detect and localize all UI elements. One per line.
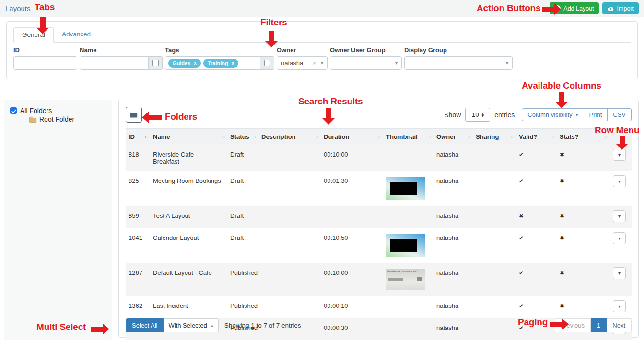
csv-button[interactable]: CSV xyxy=(608,108,632,121)
cell-owner: natasha xyxy=(433,263,473,296)
folder-icon xyxy=(130,112,138,118)
cell-stats: ✖ xyxy=(557,296,610,318)
tags-exact-checkbox[interactable] xyxy=(264,60,270,66)
cross-icon: ✖ xyxy=(560,178,564,184)
annotation-arrow-multi-select xyxy=(91,323,109,335)
annotation-available-columns: Available Columns xyxy=(522,80,601,91)
row-menu-button[interactable]: ▾ xyxy=(613,300,626,312)
tags-input[interactable]: GuidesxTrainingx xyxy=(165,56,260,70)
cell-row-menu: ▾ xyxy=(610,228,632,263)
next-page-button[interactable]: Next xyxy=(607,318,632,332)
sort-icon[interactable]: ↑↓ xyxy=(467,134,470,139)
column-header-valid[interactable]: Valid?↑↓ xyxy=(516,129,557,145)
cell-name: Meeting Room Bookings xyxy=(150,171,227,206)
table-row[interactable]: 859Test A LayoutDraftnatasha✖✖▾ xyxy=(126,206,632,228)
with-selected-button[interactable]: With Selected ▴ xyxy=(164,318,218,332)
cell-id: 818 xyxy=(126,145,150,171)
print-button[interactable]: Print xyxy=(584,108,608,121)
sort-icon[interactable]: ↑↓ xyxy=(551,134,554,139)
table-row[interactable]: 1267Default Layout - CafePublished00:10:… xyxy=(126,263,632,296)
filter-field-tags: Tags GuidesxTrainingx xyxy=(165,46,274,70)
column-header-thumbnail[interactable]: Thumbnail↑↓ xyxy=(383,129,433,145)
show-label: Show xyxy=(444,111,461,119)
cell-duration: 00:00:10 xyxy=(321,296,383,318)
name-input[interactable] xyxy=(80,56,149,70)
table-row[interactable]: 1362Last IncidentPublished00:00:10natash… xyxy=(126,296,632,318)
tree-connector xyxy=(20,112,26,119)
sort-icon[interactable]: ↑↓ xyxy=(144,134,147,139)
cell-duration: 00:10:00 xyxy=(321,263,383,296)
root-folder-row[interactable]: Root Folder xyxy=(18,115,106,123)
page-size-input[interactable]: 10 ▴▾ xyxy=(465,108,490,122)
folder-tree-toggle-button[interactable] xyxy=(126,107,142,123)
row-menu-button[interactable]: ▾ xyxy=(613,267,626,279)
column-header-owner[interactable]: Owner↑↓ xyxy=(433,129,473,145)
filter-field-display-group: Display Group ▾ xyxy=(404,46,513,70)
column-header-duration[interactable]: Duration↑↓ xyxy=(321,129,383,145)
tag-pill-label: Training xyxy=(208,60,228,66)
annotation-row-menu: Row Menu xyxy=(595,125,639,136)
add-layout-label: Add Layout xyxy=(563,5,594,12)
cross-icon: ✖ xyxy=(560,235,564,241)
all-folders-checkbox[interactable] xyxy=(10,107,17,114)
cell-status: Draft xyxy=(227,228,258,263)
cell-status: Draft xyxy=(227,171,258,206)
sort-icon[interactable]: ↑↓ xyxy=(315,134,318,139)
cell-name: Last Incident xyxy=(150,296,227,318)
table-row[interactable]: 818Riverside Cafe - BreakfastDraft00:10:… xyxy=(126,145,632,171)
spinner-icon[interactable]: ▴▾ xyxy=(482,113,484,117)
cell-owner: natasha xyxy=(433,145,473,171)
column-header-sharing[interactable]: Sharing↑↓ xyxy=(473,129,516,145)
annotation-arrow-filters xyxy=(265,31,278,47)
owner-label: Owner xyxy=(277,46,328,54)
row-menu-button[interactable]: ▾ xyxy=(613,149,626,161)
sort-icon[interactable]: ↑↓ xyxy=(222,134,224,139)
sort-icon[interactable]: ↑↓ xyxy=(428,134,431,139)
cloud-upload-icon xyxy=(607,6,614,11)
table-row[interactable]: 825Meeting Room BookingsDraft00:01:30nat… xyxy=(126,171,632,206)
cell-sharing xyxy=(473,263,516,296)
cell-valid: ✔ xyxy=(516,263,557,296)
name-exact-checkbox[interactable] xyxy=(152,60,159,66)
column-header-name[interactable]: Name↑↓ xyxy=(150,129,227,145)
cell-stats: ✖ xyxy=(557,171,610,206)
cell-sharing xyxy=(473,228,516,263)
table-row[interactable]: 1041Calendar LayoutDraft00:10:50natasha✔… xyxy=(126,228,632,263)
column-header-description[interactable]: Description↑↓ xyxy=(258,129,321,145)
id-input[interactable] xyxy=(13,56,77,70)
tag-pill: Guidesx xyxy=(168,59,201,68)
cell-sharing xyxy=(473,206,516,228)
chevron-down-icon: ▾ xyxy=(576,113,578,117)
layout-thumbnail: Welcome to Riverside Cafe xyxy=(386,269,425,290)
sort-icon[interactable]: ↑↓ xyxy=(253,134,256,139)
import-button[interactable]: Import xyxy=(602,2,639,14)
owner-select[interactable]: natasha × ▾ xyxy=(277,56,328,70)
row-menu-button[interactable]: ▾ xyxy=(613,210,626,222)
column-visibility-button[interactable]: Column visibility▾ xyxy=(522,108,584,121)
display-group-select[interactable]: ▾ xyxy=(404,56,513,70)
cell-valid: ✔ xyxy=(516,171,557,206)
tab-advanced[interactable]: Advanced xyxy=(54,27,99,42)
filter-field-id: ID xyxy=(13,46,77,70)
id-label: ID xyxy=(13,46,77,54)
cell-valid: ✔ xyxy=(516,228,557,263)
sort-icon[interactable]: ↑↓ xyxy=(377,134,380,139)
tag-remove-icon[interactable]: x xyxy=(232,60,234,66)
sort-icon[interactable]: ↑↓ xyxy=(510,134,513,139)
owner-user-group-select[interactable]: ▾ xyxy=(330,56,402,70)
column-header-id[interactable]: ID↑↓ xyxy=(126,129,150,145)
filter-fields: ID Name Tags GuidesxTrainingx Owner nata… xyxy=(7,43,637,70)
select-all-button[interactable]: Select All xyxy=(126,318,164,332)
column-header-status[interactable]: Status↑↓ xyxy=(227,129,258,145)
cell-sharing xyxy=(473,145,516,171)
annotation-arrow-tabs xyxy=(36,17,49,34)
cell-status: Published xyxy=(227,263,258,296)
cell-stats: ✖ xyxy=(557,263,610,296)
tag-remove-icon[interactable]: x xyxy=(194,60,197,66)
cross-icon: ✖ xyxy=(519,213,524,219)
row-menu-button[interactable]: ▾ xyxy=(613,232,626,244)
owner-clear-icon[interactable]: × xyxy=(313,60,316,67)
cell-duration: 00:01:30 xyxy=(321,171,383,206)
page-1-button[interactable]: 1 xyxy=(591,318,607,332)
row-menu-button[interactable]: ▾ xyxy=(613,175,626,187)
